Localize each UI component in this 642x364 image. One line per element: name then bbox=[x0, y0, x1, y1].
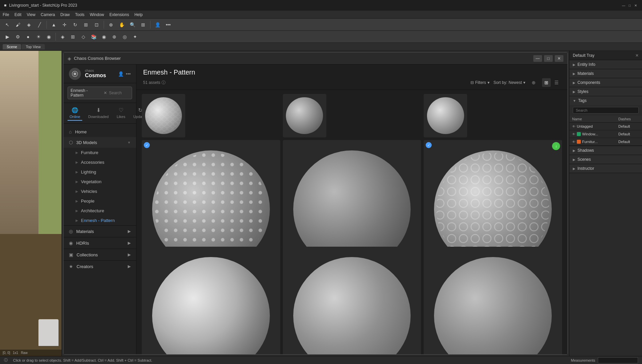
cosmos-account-btn[interactable]: 👤 bbox=[118, 71, 124, 77]
measurements-input[interactable] bbox=[598, 357, 638, 363]
cosmos-maximize-btn[interactable]: □ bbox=[544, 55, 553, 62]
tags-col-name[interactable]: Name bbox=[569, 116, 616, 123]
menu-help[interactable]: Help bbox=[134, 12, 143, 17]
tray-collapse-btn[interactable]: ✕ bbox=[635, 53, 639, 58]
menu-item-hdris[interactable]: ◉ HDRIs ▶ bbox=[64, 237, 136, 249]
submenu-accessories[interactable]: ▶ Accessories bbox=[64, 157, 136, 167]
materials-header[interactable]: ▶ Materials bbox=[569, 69, 642, 78]
menu-file[interactable]: File bbox=[3, 12, 9, 17]
minimize-button[interactable]: — bbox=[621, 3, 626, 8]
pan-tool[interactable]: ✋ bbox=[117, 20, 126, 29]
vray-denoiser-btn[interactable]: ◇ bbox=[79, 32, 88, 41]
vray-settings-btn[interactable]: ⚙ bbox=[13, 32, 22, 41]
cosmos-close-btn[interactable]: ✕ bbox=[555, 55, 563, 62]
styles-header[interactable]: ▶ Styles bbox=[569, 87, 642, 96]
cosmos-list-view-btn[interactable]: ☰ bbox=[552, 78, 561, 87]
submenu-people[interactable]: ▶ People bbox=[64, 196, 136, 206]
grid-item-7[interactable] bbox=[142, 247, 280, 355]
vray-mat-lib[interactable]: 📚 bbox=[89, 32, 98, 41]
viewport-room bbox=[0, 51, 62, 356]
eraser-tool[interactable]: ◈ bbox=[24, 20, 33, 29]
menu-item-creators[interactable]: ★ Creators ▶ bbox=[64, 260, 136, 272]
scale-tool[interactable]: ⊞ bbox=[81, 20, 91, 29]
title-bar-controls[interactable]: — □ ✕ bbox=[621, 3, 638, 8]
instructor-header[interactable]: ▶ Instructor bbox=[569, 164, 642, 173]
close-button[interactable]: ✕ bbox=[633, 3, 638, 8]
vray-light-btn[interactable]: ☀ bbox=[34, 32, 43, 41]
vray-fb-btn[interactable]: ◈ bbox=[58, 32, 67, 41]
cosmos-grid-view-btn[interactable]: ⊞ bbox=[542, 78, 551, 87]
cosmos-tab-downloaded[interactable]: ⬇ Downloaded bbox=[86, 106, 111, 121]
menu-camera[interactable]: Camera bbox=[41, 12, 55, 17]
vray-extra2[interactable]: ◎ bbox=[120, 32, 129, 41]
cosmos-add-view-btn[interactable]: ⊕ bbox=[529, 78, 538, 87]
cosmos-search-input[interactable] bbox=[109, 91, 129, 95]
cosmos-filters-btn[interactable]: ⊟ Filters ▾ bbox=[470, 80, 490, 85]
select-tool[interactable]: ↖ bbox=[3, 20, 12, 29]
menu-edit[interactable]: Edit bbox=[14, 12, 21, 17]
vray-comp-btn[interactable]: ⊞ bbox=[68, 32, 78, 41]
menu-tools[interactable]: Tools bbox=[75, 12, 85, 17]
line-tool[interactable]: ╱ bbox=[35, 20, 44, 29]
submenu-vehicles[interactable]: ▶ Vehicles bbox=[64, 187, 136, 196]
cosmos-window-controls[interactable]: — □ ✕ bbox=[533, 55, 563, 62]
more-tools-btn[interactable]: ••• bbox=[164, 20, 173, 29]
vray-extra3[interactable]: ✦ bbox=[130, 32, 140, 41]
scene-tab-scene[interactable]: Scene bbox=[3, 44, 21, 49]
cosmos-search-tag[interactable]: Enmesh - Pattern ✕ bbox=[68, 87, 132, 99]
scene-tabs: Scene Top View bbox=[0, 43, 642, 51]
menu-item-home[interactable]: ⌂ Home bbox=[64, 126, 136, 137]
menu-item-materials[interactable]: ◎ Materials ▶ bbox=[64, 225, 136, 237]
cosmos-logo-actions[interactable]: 👤 ••• bbox=[118, 71, 131, 77]
grid-item-1[interactable] bbox=[142, 94, 185, 137]
entity-info-header[interactable]: ▶ Entity Info bbox=[569, 60, 642, 69]
menu-view[interactable]: View bbox=[27, 12, 35, 17]
submenu-vegetation[interactable]: ▶ Vegetation bbox=[64, 177, 136, 187]
submenu-architecture[interactable]: ▶ Architecture bbox=[64, 206, 136, 216]
tags-search-input[interactable] bbox=[573, 107, 639, 114]
item-6-download-btn[interactable]: ↓ bbox=[552, 142, 560, 150]
tags-header[interactable]: ▼ Tags bbox=[569, 96, 642, 105]
tag-visibility-icon[interactable]: 👁 bbox=[572, 125, 575, 128]
cosmos-tab-online[interactable]: 🌐 Online bbox=[68, 106, 82, 121]
menu-extensions[interactable]: Extensions bbox=[109, 12, 129, 17]
vray-render-btn[interactable]: ▶ bbox=[3, 32, 12, 41]
cosmos-more-btn[interactable]: ••• bbox=[126, 71, 131, 77]
menu-item-3d-models[interactable]: ⬡ 3D Models ▼ bbox=[64, 137, 136, 148]
vray-sw-btn[interactable]: ◉ bbox=[99, 32, 109, 41]
vray-mat-btn[interactable]: ● bbox=[23, 32, 33, 41]
menu-window[interactable]: Window bbox=[90, 12, 104, 17]
user-icon-btn[interactable]: 👤 bbox=[153, 20, 162, 29]
submenu-lighting[interactable]: ▶ Lighting bbox=[64, 167, 136, 177]
components-header[interactable]: ▶ Components bbox=[569, 78, 642, 87]
grid-item-9[interactable] bbox=[424, 247, 562, 355]
cosmos-tab-likes[interactable]: ♡ Likes bbox=[115, 106, 127, 121]
paint-tool[interactable]: 🖌 bbox=[13, 20, 23, 29]
menu-draw[interactable]: Draw bbox=[61, 12, 70, 17]
zoom-extents-tool[interactable]: ⊞ bbox=[138, 20, 148, 29]
vray-cosmos-btn[interactable]: ◉ bbox=[44, 32, 54, 41]
cosmos-search-clear-btn[interactable]: ✕ bbox=[104, 91, 107, 95]
submenu-enmesh[interactable]: ▶ Enmesh - Pattern bbox=[64, 216, 136, 225]
viewport-canvas[interactable]: [0, 0] 1x1 Raw bbox=[0, 51, 62, 356]
grid-item-3[interactable] bbox=[424, 94, 467, 137]
shadows-header[interactable]: ▶ Shadows bbox=[569, 146, 642, 155]
tag-furniture-visibility-icon[interactable]: 👁 bbox=[572, 140, 575, 144]
maximize-button[interactable]: □ bbox=[627, 3, 632, 8]
grid-item-8[interactable] bbox=[283, 247, 421, 355]
menu-item-collections[interactable]: ▣ Collections ▶ bbox=[64, 249, 136, 260]
tag-window-visibility-icon[interactable]: 👁 bbox=[572, 132, 575, 136]
offset-tool[interactable]: ⊡ bbox=[92, 20, 101, 29]
orbit-tool[interactable]: ⊕ bbox=[106, 20, 116, 29]
grid-item-2[interactable] bbox=[283, 94, 326, 137]
zoom-tool[interactable]: 🔍 bbox=[128, 20, 137, 29]
submenu-furniture[interactable]: ▶ Furniture bbox=[64, 148, 136, 157]
vray-extra1[interactable]: ⊕ bbox=[110, 32, 119, 41]
push-pull-tool[interactable]: ▲ bbox=[49, 20, 59, 29]
scenes-header[interactable]: ▶ Scenes bbox=[569, 155, 642, 164]
rotate-tool[interactable]: ↻ bbox=[71, 20, 80, 29]
cosmos-minimize-btn[interactable]: — bbox=[533, 55, 542, 62]
cosmos-sort-btn[interactable]: Sort by: Newest ▾ bbox=[494, 80, 525, 85]
scene-tab-top[interactable]: Top View bbox=[22, 44, 44, 49]
move-tool[interactable]: ✛ bbox=[60, 20, 69, 29]
